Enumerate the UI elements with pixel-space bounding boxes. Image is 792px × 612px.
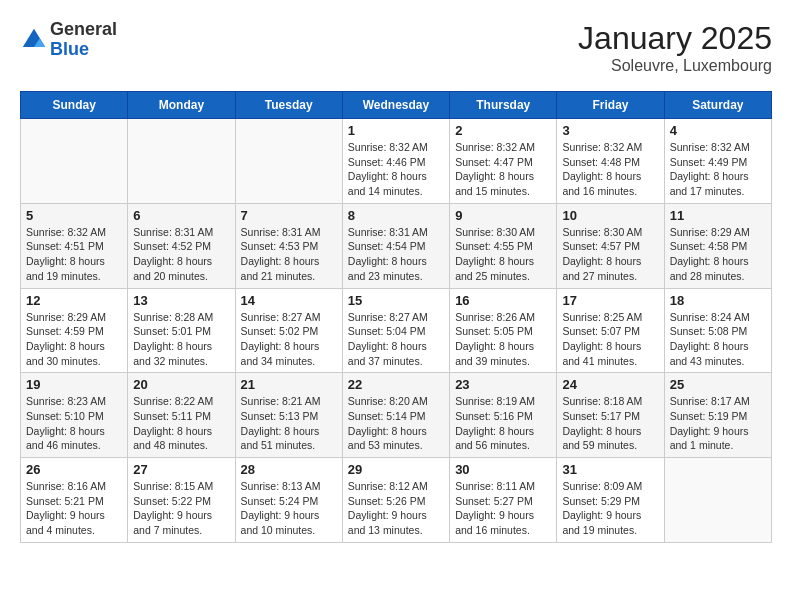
day-info: Sunrise: 8:31 AMSunset: 4:52 PMDaylight:… [133, 225, 229, 284]
day-info: Sunrise: 8:20 AMSunset: 5:14 PMDaylight:… [348, 394, 444, 453]
logo-text: General Blue [50, 20, 117, 60]
logo-icon [20, 26, 48, 54]
day-number: 7 [241, 208, 337, 223]
calendar-day-cell: 18Sunrise: 8:24 AMSunset: 5:08 PMDayligh… [664, 288, 771, 373]
day-info: Sunrise: 8:28 AMSunset: 5:01 PMDaylight:… [133, 310, 229, 369]
day-info: Sunrise: 8:30 AMSunset: 4:55 PMDaylight:… [455, 225, 551, 284]
page-header: General Blue January 2025 Soleuvre, Luxe… [20, 20, 772, 75]
day-info: Sunrise: 8:12 AMSunset: 5:26 PMDaylight:… [348, 479, 444, 538]
day-number: 18 [670, 293, 766, 308]
calendar-day-cell: 23Sunrise: 8:19 AMSunset: 5:16 PMDayligh… [450, 373, 557, 458]
day-info: Sunrise: 8:32 AMSunset: 4:46 PMDaylight:… [348, 140, 444, 199]
calendar-day-cell [21, 119, 128, 204]
calendar-day-cell: 17Sunrise: 8:25 AMSunset: 5:07 PMDayligh… [557, 288, 664, 373]
day-number: 12 [26, 293, 122, 308]
calendar-week-row: 12Sunrise: 8:29 AMSunset: 4:59 PMDayligh… [21, 288, 772, 373]
calendar-day-cell: 25Sunrise: 8:17 AMSunset: 5:19 PMDayligh… [664, 373, 771, 458]
day-info: Sunrise: 8:31 AMSunset: 4:53 PMDaylight:… [241, 225, 337, 284]
calendar-day-cell: 12Sunrise: 8:29 AMSunset: 4:59 PMDayligh… [21, 288, 128, 373]
day-info: Sunrise: 8:19 AMSunset: 5:16 PMDaylight:… [455, 394, 551, 453]
calendar-day-cell: 7Sunrise: 8:31 AMSunset: 4:53 PMDaylight… [235, 203, 342, 288]
calendar-day-cell: 14Sunrise: 8:27 AMSunset: 5:02 PMDayligh… [235, 288, 342, 373]
day-info: Sunrise: 8:25 AMSunset: 5:07 PMDaylight:… [562, 310, 658, 369]
day-info: Sunrise: 8:29 AMSunset: 4:59 PMDaylight:… [26, 310, 122, 369]
weekday-header: Monday [128, 92, 235, 119]
day-number: 16 [455, 293, 551, 308]
calendar-day-cell: 10Sunrise: 8:30 AMSunset: 4:57 PMDayligh… [557, 203, 664, 288]
day-number: 22 [348, 377, 444, 392]
day-number: 25 [670, 377, 766, 392]
calendar-day-cell: 2Sunrise: 8:32 AMSunset: 4:47 PMDaylight… [450, 119, 557, 204]
day-number: 10 [562, 208, 658, 223]
calendar-day-cell: 16Sunrise: 8:26 AMSunset: 5:05 PMDayligh… [450, 288, 557, 373]
day-number: 13 [133, 293, 229, 308]
location: Soleuvre, Luxembourg [578, 57, 772, 75]
calendar-week-row: 26Sunrise: 8:16 AMSunset: 5:21 PMDayligh… [21, 458, 772, 543]
day-number: 3 [562, 123, 658, 138]
day-number: 9 [455, 208, 551, 223]
day-number: 29 [348, 462, 444, 477]
day-info: Sunrise: 8:21 AMSunset: 5:13 PMDaylight:… [241, 394, 337, 453]
day-info: Sunrise: 8:30 AMSunset: 4:57 PMDaylight:… [562, 225, 658, 284]
calendar-day-cell: 8Sunrise: 8:31 AMSunset: 4:54 PMDaylight… [342, 203, 449, 288]
month-title: January 2025 [578, 20, 772, 57]
calendar-day-cell [128, 119, 235, 204]
calendar-day-cell: 29Sunrise: 8:12 AMSunset: 5:26 PMDayligh… [342, 458, 449, 543]
calendar-day-cell: 11Sunrise: 8:29 AMSunset: 4:58 PMDayligh… [664, 203, 771, 288]
calendar-body: 1Sunrise: 8:32 AMSunset: 4:46 PMDaylight… [21, 119, 772, 543]
calendar-day-cell: 3Sunrise: 8:32 AMSunset: 4:48 PMDaylight… [557, 119, 664, 204]
day-info: Sunrise: 8:32 AMSunset: 4:47 PMDaylight:… [455, 140, 551, 199]
logo-general: General [50, 20, 117, 40]
day-number: 21 [241, 377, 337, 392]
day-info: Sunrise: 8:16 AMSunset: 5:21 PMDaylight:… [26, 479, 122, 538]
day-info: Sunrise: 8:32 AMSunset: 4:49 PMDaylight:… [670, 140, 766, 199]
day-number: 28 [241, 462, 337, 477]
weekday-row: SundayMondayTuesdayWednesdayThursdayFrid… [21, 92, 772, 119]
logo-blue: Blue [50, 40, 117, 60]
calendar-day-cell: 4Sunrise: 8:32 AMSunset: 4:49 PMDaylight… [664, 119, 771, 204]
day-number: 26 [26, 462, 122, 477]
calendar-day-cell: 15Sunrise: 8:27 AMSunset: 5:04 PMDayligh… [342, 288, 449, 373]
day-number: 11 [670, 208, 766, 223]
calendar-day-cell [235, 119, 342, 204]
day-number: 20 [133, 377, 229, 392]
calendar-week-row: 1Sunrise: 8:32 AMSunset: 4:46 PMDaylight… [21, 119, 772, 204]
day-info: Sunrise: 8:15 AMSunset: 5:22 PMDaylight:… [133, 479, 229, 538]
day-number: 8 [348, 208, 444, 223]
day-info: Sunrise: 8:31 AMSunset: 4:54 PMDaylight:… [348, 225, 444, 284]
day-info: Sunrise: 8:29 AMSunset: 4:58 PMDaylight:… [670, 225, 766, 284]
day-info: Sunrise: 8:27 AMSunset: 5:04 PMDaylight:… [348, 310, 444, 369]
calendar-day-cell: 22Sunrise: 8:20 AMSunset: 5:14 PMDayligh… [342, 373, 449, 458]
calendar-day-cell [664, 458, 771, 543]
day-number: 23 [455, 377, 551, 392]
weekday-header: Friday [557, 92, 664, 119]
calendar-day-cell: 26Sunrise: 8:16 AMSunset: 5:21 PMDayligh… [21, 458, 128, 543]
weekday-header: Thursday [450, 92, 557, 119]
day-number: 4 [670, 123, 766, 138]
calendar-day-cell: 9Sunrise: 8:30 AMSunset: 4:55 PMDaylight… [450, 203, 557, 288]
calendar-header: SundayMondayTuesdayWednesdayThursdayFrid… [21, 92, 772, 119]
day-info: Sunrise: 8:17 AMSunset: 5:19 PMDaylight:… [670, 394, 766, 453]
day-info: Sunrise: 8:18 AMSunset: 5:17 PMDaylight:… [562, 394, 658, 453]
day-number: 6 [133, 208, 229, 223]
title-block: January 2025 Soleuvre, Luxembourg [578, 20, 772, 75]
day-number: 14 [241, 293, 337, 308]
day-info: Sunrise: 8:32 AMSunset: 4:48 PMDaylight:… [562, 140, 658, 199]
day-info: Sunrise: 8:27 AMSunset: 5:02 PMDaylight:… [241, 310, 337, 369]
day-info: Sunrise: 8:24 AMSunset: 5:08 PMDaylight:… [670, 310, 766, 369]
day-info: Sunrise: 8:22 AMSunset: 5:11 PMDaylight:… [133, 394, 229, 453]
calendar-day-cell: 21Sunrise: 8:21 AMSunset: 5:13 PMDayligh… [235, 373, 342, 458]
day-number: 27 [133, 462, 229, 477]
calendar-day-cell: 19Sunrise: 8:23 AMSunset: 5:10 PMDayligh… [21, 373, 128, 458]
calendar-day-cell: 13Sunrise: 8:28 AMSunset: 5:01 PMDayligh… [128, 288, 235, 373]
day-number: 15 [348, 293, 444, 308]
calendar-day-cell: 24Sunrise: 8:18 AMSunset: 5:17 PMDayligh… [557, 373, 664, 458]
calendar-day-cell: 6Sunrise: 8:31 AMSunset: 4:52 PMDaylight… [128, 203, 235, 288]
logo: General Blue [20, 20, 117, 60]
weekday-header: Wednesday [342, 92, 449, 119]
day-info: Sunrise: 8:11 AMSunset: 5:27 PMDaylight:… [455, 479, 551, 538]
calendar-day-cell: 20Sunrise: 8:22 AMSunset: 5:11 PMDayligh… [128, 373, 235, 458]
weekday-header: Sunday [21, 92, 128, 119]
day-info: Sunrise: 8:09 AMSunset: 5:29 PMDaylight:… [562, 479, 658, 538]
day-number: 1 [348, 123, 444, 138]
